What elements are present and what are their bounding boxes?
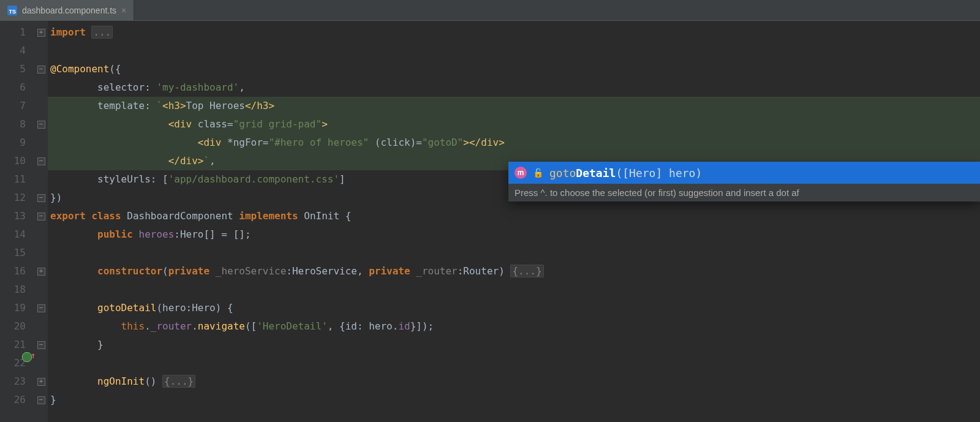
fold-toggle[interactable]: − — [34, 189, 48, 207]
tab-bar: TS dashboard.component.ts × — [0, 0, 980, 21]
fold-toggle — [34, 78, 48, 97]
code-content[interactable]: import ... @Component({ selector: 'my-da… — [48, 21, 980, 422]
line-number: 4 — [0, 42, 34, 60]
line-number: 12 — [0, 189, 34, 207]
code-line[interactable]: template: `<h3>Top Heroes</h3> — [48, 97, 980, 115]
line-number: 22 — [0, 354, 34, 372]
fold-toggle[interactable]: − — [34, 336, 48, 354]
line-number: 16 — [0, 262, 34, 281]
line-number: 6 — [0, 78, 34, 97]
method-icon: m — [514, 167, 527, 179]
code-line[interactable] — [48, 281, 980, 299]
typescript-file-icon: TS — [7, 6, 17, 15]
fold-toggle — [34, 225, 48, 244]
file-tab[interactable]: TS dashboard.component.ts × — [0, 0, 134, 20]
line-number: 8 — [0, 115, 34, 134]
fold-toggle[interactable]: + — [34, 372, 48, 391]
line-number: 7 — [0, 97, 34, 115]
line-number-gutter: 14567891011121314151618192021222326 — [0, 21, 34, 422]
fold-toggle[interactable]: − — [34, 391, 48, 409]
fold-toggle[interactable]: − — [34, 115, 48, 134]
file-tab-label: dashboard.component.ts — [22, 6, 116, 15]
line-number: 21 — [0, 336, 34, 354]
fold-toggle[interactable]: − — [34, 152, 48, 170]
line-number: 5 — [0, 60, 34, 78]
editor-frame: TS dashboard.component.ts × 145678910111… — [0, 0, 980, 422]
fold-gutter[interactable]: +−−−−−+−−+− — [34, 21, 48, 422]
fold-toggle — [34, 97, 48, 115]
code-line[interactable]: <div class="grid grid-pad"> — [48, 115, 980, 134]
fold-toggle — [34, 354, 48, 372]
line-number: 14 — [0, 225, 34, 244]
line-number: 9 — [0, 134, 34, 152]
line-number: 19 — [0, 299, 34, 317]
line-number: 18 — [0, 281, 34, 299]
code-area[interactable]: 14567891011121314151618192021222326 +−−−… — [0, 21, 980, 422]
line-number: 1 — [0, 23, 34, 42]
line-number: 10 — [0, 152, 34, 170]
fold-toggle[interactable]: − — [34, 207, 48, 225]
code-line[interactable] — [48, 354, 980, 372]
code-line[interactable] — [48, 42, 980, 60]
close-tab-icon[interactable]: × — [121, 6, 126, 15]
fold-toggle[interactable]: + — [34, 262, 48, 281]
fold-toggle[interactable]: − — [34, 299, 48, 317]
code-line[interactable]: export class DashboardComponent implemen… — [48, 207, 980, 225]
fold-toggle — [34, 170, 48, 189]
line-number: 13 — [0, 207, 34, 225]
line-number: 11 — [0, 170, 34, 189]
fold-toggle[interactable]: − — [34, 60, 48, 78]
fold-toggle[interactable]: + — [34, 23, 48, 42]
suggestion-text: gotoDetail([Hero] hero) — [549, 167, 702, 179]
code-line[interactable]: import ... — [48, 23, 980, 42]
line-number: 15 — [0, 244, 34, 262]
code-line[interactable]: ngOnInit() {...} — [48, 372, 980, 391]
line-number: 26 — [0, 391, 34, 409]
code-line[interactable] — [48, 244, 980, 262]
fold-toggle — [34, 281, 48, 299]
autocomplete-hint: Press ^. to choose the selected (or firs… — [508, 184, 980, 202]
code-line[interactable]: public heroes:Hero[] = []; — [48, 225, 980, 244]
public-access-icon: 🔓 — [533, 168, 543, 178]
autocomplete-suggestion[interactable]: m 🔓 gotoDetail([Hero] hero) — [508, 162, 980, 184]
code-line[interactable]: constructor(private _heroService:HeroSer… — [48, 262, 980, 281]
fold-toggle — [34, 134, 48, 152]
autocomplete-popup[interactable]: m 🔓 gotoDetail([Hero] hero) Press ^. to … — [508, 162, 980, 202]
code-line[interactable]: <div *ngFor="#hero of heroes" (click)="g… — [48, 134, 980, 152]
code-line[interactable]: gotoDetail(hero:Hero) { — [48, 299, 980, 317]
code-line[interactable]: @Component({ — [48, 60, 980, 78]
line-number: 20 — [0, 317, 34, 336]
fold-toggle — [34, 244, 48, 262]
code-line[interactable]: } — [48, 336, 980, 354]
fold-toggle — [34, 317, 48, 336]
fold-toggle — [34, 42, 48, 60]
line-number: 23 — [0, 372, 34, 391]
code-line[interactable]: this._router.navigate(['HeroDetail', {id… — [48, 317, 980, 336]
code-line[interactable]: selector: 'my-dashboard', — [48, 78, 980, 97]
code-line[interactable]: } — [48, 391, 980, 409]
